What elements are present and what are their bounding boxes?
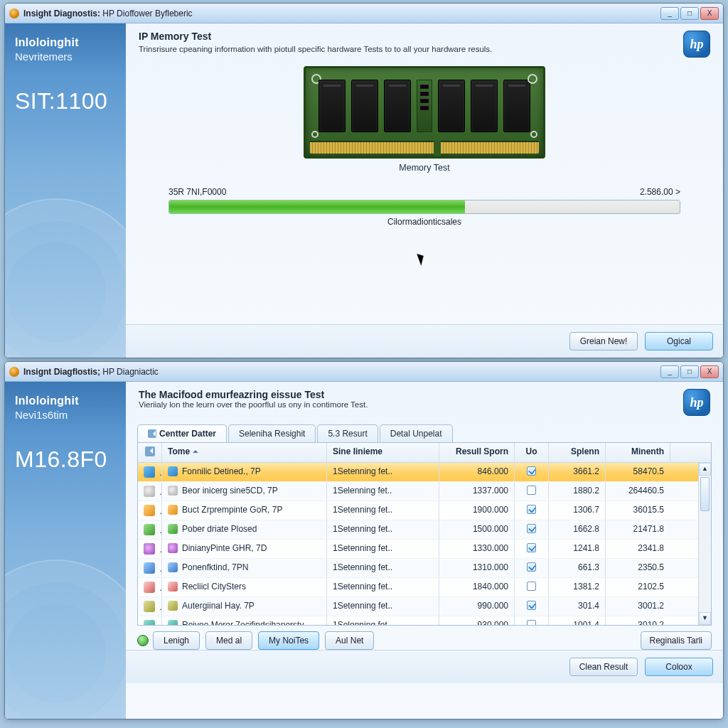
results-table: TomeSine IiniemeResull SpornUoSplennMine… — [137, 442, 712, 626]
checkbox[interactable] — [527, 505, 536, 514]
medal-button[interactable]: Med al — [205, 631, 252, 650]
minimize-button[interactable]: _ — [660, 365, 679, 378]
table-row[interactable]: Ponenfktind, 7PN1Setenning fet..1310.000… — [138, 559, 711, 578]
scroll-thumb[interactable] — [700, 477, 710, 511]
table-row[interactable]: Autergiinal Hay. 7P1Setenning fet..990.0… — [138, 597, 711, 616]
sidebar-subtitle: Nevritemers — [15, 50, 116, 63]
table-row[interactable]: Recliicl CitySters1Setenning fet..1840.0… — [138, 578, 711, 597]
cell-tome: Recliicl CitySters — [162, 578, 327, 596]
column-header-tome[interactable]: Tome — [162, 443, 327, 462]
titlebar[interactable]: Insignt Diagflostis; HP Diagniactic _ □ … — [5, 362, 723, 382]
tab-detal-unpelat[interactable]: Detal Unpelat — [380, 424, 453, 442]
grean-new-button[interactable]: Greian New! — [569, 332, 638, 350]
scroll-down-icon[interactable]: ▼ — [699, 612, 711, 625]
sidebar: Inloloinghit Nevi1s6tim M16.8F0 — [5, 382, 126, 719]
titlebar[interactable]: Insight Diagnostis: HP Dioffower Byflebe… — [5, 4, 723, 23]
progress-right-label: 2.586.00 > — [640, 187, 680, 197]
table-row[interactable]: Pober driate Plosed1Setenning fet..1500.… — [138, 520, 711, 540]
header-back-icon — [145, 446, 155, 456]
cell-tome: Buct Zrprempinte GoR, 7P — [162, 501, 327, 520]
column-header-uo[interactable]: Uo — [515, 443, 549, 462]
sidebar-title: Inloloinghit — [15, 36, 116, 49]
row-type-icon — [144, 620, 155, 625]
cell-uo[interactable] — [515, 520, 549, 539]
row-item-icon — [168, 543, 178, 553]
sort-icon — [193, 447, 200, 456]
checkbox[interactable] — [527, 601, 536, 610]
checkbox[interactable] — [527, 562, 536, 572]
checkbox[interactable] — [527, 524, 536, 533]
row-type-icon — [144, 524, 155, 535]
table-row[interactable]: Beor inicerg sine5CD, 7P1Selenning fet..… — [138, 482, 711, 501]
tab-centter-datter[interactable]: Centter Datter — [137, 424, 227, 442]
ogical-button[interactable]: Ogical — [645, 332, 713, 350]
row-item-icon — [168, 466, 178, 476]
row-type-icon — [144, 582, 155, 593]
main-panel: The Macifood emurfeazring eissue Test Vi… — [126, 382, 723, 719]
tab-5-3-resurt[interactable]: 5.3 Resurt — [317, 424, 378, 442]
cell-uo[interactable] — [515, 578, 549, 596]
column-header-sine[interactable]: Sine Iinieme — [327, 443, 439, 462]
tab-seleniha-resighit[interactable]: Seleniha Resighit — [228, 424, 316, 442]
cell-uo[interactable] — [515, 482, 549, 500]
table-row[interactable]: Reivee Morer 7ocifindsihanersty1Selennin… — [138, 616, 711, 625]
ram-illustration: Memory Test — [304, 66, 545, 173]
hp-logo-icon: hp — [683, 31, 710, 58]
column-header-icon[interactable] — [138, 443, 162, 462]
aulnet-button[interactable]: Aul Net — [325, 631, 374, 650]
progress-left-label: 35R 7NI,F0000 — [168, 187, 226, 197]
page-subtitle: Vieriialy lon the leurn over the poorflu… — [139, 400, 368, 409]
cell-uo[interactable] — [515, 463, 549, 481]
sidebar-model: SIT:1100 — [15, 88, 116, 114]
cell-uo[interactable] — [515, 597, 549, 616]
checkbox[interactable] — [527, 582, 536, 591]
reginalis-button[interactable]: Reginalis Tarli — [641, 631, 712, 650]
close-button[interactable]: X — [700, 365, 719, 378]
status-dot-icon — [137, 635, 149, 646]
ram-label: Memory Test — [304, 163, 545, 173]
cell-tome: Ponenfktind, 7PN — [162, 559, 327, 577]
table-row[interactable]: Fonnilic Detined., 7P1Setenning fet..846… — [138, 463, 711, 482]
cell-uo[interactable] — [515, 559, 549, 577]
row-item-icon — [168, 562, 178, 572]
column-header-minenth[interactable]: Minenth — [606, 443, 670, 462]
page-title: IP Memory Test — [139, 31, 492, 42]
maximize-button[interactable]: □ — [680, 7, 699, 20]
column-header-splenn[interactable]: Splenn — [549, 443, 606, 462]
table-row[interactable]: Buct Zrprempinte GoR, 7P1Setenning fet..… — [138, 501, 711, 520]
window-memory-test: Insight Diagnostis: HP Dioffower Byflebe… — [4, 3, 724, 358]
maximize-button[interactable]: □ — [680, 365, 699, 378]
checkbox[interactable] — [527, 543, 536, 552]
window-results: Insignt Diagflostis; HP Diagniactic _ □ … — [4, 361, 724, 719]
tab-label: Detal Unpelat — [390, 429, 442, 439]
checkbox[interactable] — [527, 486, 536, 495]
lenigh-button[interactable]: Lenigh — [153, 631, 200, 650]
sidebar-subtitle: Nevi1s6tim — [15, 409, 116, 421]
main-panel: IP Memory Test Trinsrisure cpeaning info… — [126, 23, 723, 358]
cell-uo[interactable] — [515, 501, 549, 520]
cell-uo[interactable] — [515, 540, 549, 558]
cell-tome: Fonnilic Detined., 7P — [162, 463, 327, 481]
checkbox[interactable] — [527, 620, 536, 625]
row-item-icon — [168, 620, 178, 625]
hp-logo-icon: hp — [683, 389, 710, 416]
scroll-up-icon[interactable]: ▲ — [699, 463, 711, 476]
table-body: Fonnilic Detined., 7P1Setenning fet..846… — [138, 463, 711, 625]
vertical-scrollbar[interactable]: ▲ ▼ — [698, 463, 711, 625]
clean-result-button[interactable]: Clean Result — [569, 658, 638, 676]
coloox-button[interactable]: Coloox — [645, 658, 713, 676]
column-header-sporn[interactable]: Resull Sporn — [439, 443, 515, 462]
row-item-icon — [168, 601, 178, 611]
mynotes-button[interactable]: My NoiTes — [258, 631, 319, 650]
sidebar-title: Inloloinghit — [15, 395, 116, 407]
tab-label: Centter Datter — [159, 429, 216, 439]
page-subtitle: Trinsrisure cpeaning information with pi… — [139, 45, 492, 53]
sidebar: Inloloinghit Nevritemers SIT:1100 — [5, 23, 126, 358]
row-type-icon — [144, 562, 155, 574]
tab-label: 5.3 Resurt — [328, 429, 367, 439]
cell-uo[interactable] — [515, 616, 549, 625]
table-row[interactable]: DinianyPinte GHR, 7D1Setenning fet..1330… — [138, 540, 711, 559]
close-button[interactable]: X — [700, 7, 719, 20]
minimize-button[interactable]: _ — [660, 7, 679, 20]
checkbox[interactable] — [527, 466, 536, 476]
